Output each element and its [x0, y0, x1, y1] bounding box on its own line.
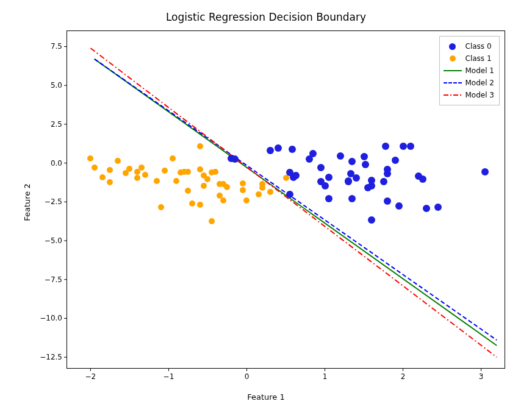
data-point — [384, 166, 391, 173]
legend-entry: Model 1 — [466, 66, 494, 75]
data-point — [197, 143, 203, 149]
y-tick-label: −2.5 — [38, 197, 62, 206]
data-point — [107, 167, 113, 173]
data-point — [267, 189, 273, 195]
figure: Logistic Regression Decision Boundary Fe… — [0, 0, 532, 404]
data-point — [92, 165, 98, 171]
y-tick-label: 5.0 — [38, 81, 62, 90]
data-point — [154, 178, 160, 184]
data-point — [256, 191, 262, 197]
data-point — [185, 188, 191, 194]
data-point — [197, 202, 203, 208]
data-point — [158, 204, 164, 210]
data-point — [348, 195, 356, 202]
data-point — [292, 172, 300, 179]
y-tick-label: −12.5 — [38, 353, 62, 361]
data-point — [325, 195, 332, 202]
data-point — [134, 175, 140, 181]
data-point — [434, 204, 442, 211]
data-point — [231, 155, 239, 163]
data-point — [362, 161, 369, 168]
data-point — [197, 166, 203, 172]
y-tick-label: 2.5 — [38, 120, 62, 129]
data-point — [317, 164, 325, 171]
data-point — [322, 182, 329, 190]
data-point — [240, 180, 246, 186]
data-point — [423, 205, 430, 212]
data-point — [337, 152, 344, 160]
y-tick-label: 0.0 — [38, 159, 62, 168]
y-tick-label: −7.5 — [38, 275, 62, 284]
data-point — [419, 175, 426, 183]
chart-title: Logistic Regression Decision Boundary — [0, 11, 532, 23]
data-point — [138, 165, 145, 171]
data-point — [289, 146, 296, 153]
legend-entry: Model 3 — [466, 91, 494, 99]
data-point — [309, 150, 317, 157]
data-point — [87, 155, 93, 161]
x-tick-label: 2 — [401, 372, 406, 381]
data-point — [189, 200, 195, 207]
data-point — [382, 143, 389, 150]
data-point — [162, 168, 168, 174]
data-point — [368, 182, 375, 190]
data-point — [240, 187, 246, 193]
data-point — [380, 178, 387, 185]
data-point — [348, 158, 356, 165]
x-tick-label: 3 — [479, 372, 484, 381]
data-point — [407, 143, 414, 150]
x-axis-label: Feature 1 — [0, 392, 532, 402]
plot-area: Class 0 Class 1 Model 1 Model 2 Model 3 … — [66, 30, 505, 369]
legend-entry: Class 0 — [466, 42, 492, 51]
data-point — [107, 179, 113, 185]
data-point — [481, 168, 489, 175]
data-point — [142, 172, 148, 178]
data-point — [126, 166, 132, 172]
legend: Class 0 Class 1 Model 1 Model 2 Model 3 — [439, 36, 500, 105]
data-point — [170, 155, 176, 161]
data-point — [115, 158, 121, 164]
data-point — [267, 147, 274, 154]
legend-entry: Model 2 — [466, 79, 494, 87]
data-point — [345, 177, 352, 185]
y-tick-label: −5.0 — [38, 236, 62, 245]
x-tick-label: −2 — [85, 372, 96, 381]
legend-entry: Class 1 — [466, 54, 492, 63]
data-point — [259, 185, 265, 191]
x-tick-label: −1 — [164, 372, 174, 381]
data-point — [201, 183, 207, 189]
data-point — [185, 169, 191, 175]
y-tick-label: −10.0 — [38, 314, 62, 322]
data-point — [212, 169, 218, 175]
data-point — [395, 202, 403, 210]
data-point — [286, 191, 293, 198]
data-point — [368, 216, 375, 224]
data-point — [220, 197, 226, 204]
data-point — [384, 197, 391, 205]
x-tick-label: 1 — [323, 372, 328, 381]
data-point — [275, 144, 282, 152]
y-axis-label: Feature 2 — [23, 183, 32, 221]
data-point — [392, 157, 399, 164]
data-point — [325, 174, 332, 181]
data-point — [209, 218, 215, 224]
data-point — [99, 174, 106, 180]
data-point — [204, 176, 210, 182]
data-point — [173, 178, 179, 184]
data-point — [361, 153, 368, 160]
y-tick-label: 7.5 — [38, 42, 62, 51]
x-tick-label: 0 — [245, 372, 250, 381]
data-point — [400, 143, 407, 150]
data-point — [353, 174, 360, 182]
data-point — [224, 184, 230, 190]
data-point — [283, 175, 289, 181]
data-point — [243, 197, 250, 204]
